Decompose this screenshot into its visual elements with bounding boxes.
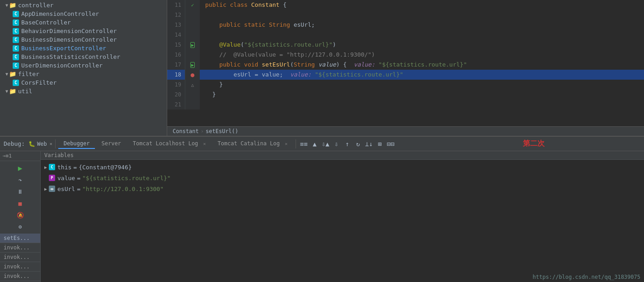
class-icon: C [13,80,19,86]
sidebar-item-businessstats[interactable]: C BusinessStatisticsController [0,53,167,61]
line-gutter [185,90,200,100]
sidebar-item-label: CorsFilter [21,79,56,86]
sidebar-item-label: BusinessExportController [21,45,106,52]
sidebar-item-userdim[interactable]: C UserDimensionController [0,61,167,70]
var-expand-arrow[interactable]: ▶ [44,165,47,170]
rerun-icon[interactable]: ≡≡ [299,139,309,149]
line-number: 15 [167,40,185,50]
stop-button[interactable]: ■ [15,198,25,208]
file-tree: ▼ 📁 controller C AppDimensionController … [0,0,167,136]
fold-icon: △ [191,82,194,87]
var-name-this: this [57,164,71,171]
code-editor: 11 ✓ public class Constant { 12 13 [167,0,644,136]
watermark: https://blog.csdn.net/qq_31839075 [533,274,640,280]
line-content: public void setEsUrl(String value) { val… [200,60,644,70]
tab-tomcat-localhost[interactable]: Tomcat Localhost Log ✕ [127,139,212,149]
debug-session-icon[interactable]: 🐛 [28,141,35,147]
var-name-esurl: esUrl [57,186,75,192]
stack-frame-setEs[interactable]: setEs... [0,234,40,243]
sidebar-item-label: BusinessDimensionController [21,36,117,43]
run-indicator-icon: ✓ [191,2,194,8]
folder-icon: 📁 [9,2,16,9]
call-stack-items: setEs... invok... invok... invok... invo… [0,234,40,282]
class-icon: C [13,28,19,34]
var-equals: = [73,164,77,171]
sidebar-item-businessexport[interactable]: C BusinessExportController [0,44,167,53]
step-into-icon[interactable]: ⇩ [331,139,341,149]
settings-button[interactable]: ⚙ [15,222,25,232]
line-number: 18 [167,70,185,80]
class-icon: C [13,11,19,17]
code-line-12: 12 [167,10,644,20]
sidebar-item-label: controller [18,2,53,9]
sidebar-item-label: BehaviorDimensionController [21,28,117,34]
debug-side-buttons: ▶ ↷ ⏸ ■ 🔕 ⚙ [0,161,40,234]
sidebar-item-label: filter [18,71,39,77]
code-line-15: 15 ▶ @Value("${statistics.route.url}") [167,40,644,50]
stack-frame-invok3[interactable]: invok... [0,262,40,272]
line-number: 12 [167,10,185,20]
code-line-18-active: 18 ● esUrl = value; value: "${statistics… [167,70,644,80]
line-number: 16 [167,50,185,60]
line-content: esUrl = value; value: "${statistics.rout… [200,70,644,80]
line-number: 17 [167,60,185,70]
settings-icon[interactable]: ⊞ [375,139,385,149]
var-item-value[interactable]: ▶ P value = "${statistics.route.url}" [41,172,644,183]
class-icon: C [13,45,19,52]
tab-tomcat-catalina[interactable]: Tomcat Catalina Log ✕ [212,139,293,149]
line-content: } [200,80,644,90]
debug-label: Debug: [4,140,25,147]
debug-session-close[interactable]: ✕ [50,141,52,146]
line-number: 14 [167,30,185,40]
sidebar-item-util[interactable]: ▼ 📁 util [0,87,167,96]
var-item-esurl[interactable]: ▶ ∞ esUrl = "http://127.0.0.1:9300" [41,183,644,194]
resume-button[interactable]: ▶ [15,163,25,173]
line-content: @Value("${statistics.route.url}") [200,40,644,50]
tab-server[interactable]: Server [96,139,126,149]
sidebar-item-controller[interactable]: ▼ 📁 controller [0,1,167,10]
sidebar-item-corsfilter[interactable]: C CorsFilter [0,78,167,87]
mute-button[interactable]: 🔕 [15,210,25,220]
code-line-16: 16 // @Value(value = "http://127.0.0.1:9… [167,50,644,60]
evaluate-icon[interactable]: ↻ [353,139,363,149]
line-gutter: ● [185,70,200,80]
step-out-icon[interactable]: ↑ [342,139,352,149]
tab-debugger[interactable]: Debugger [58,139,95,149]
line-content: } [200,90,644,100]
line-gutter [185,100,200,110]
line-gutter: ▶ [185,40,200,50]
line-content [200,30,644,40]
layout-icon[interactable]: ⊟⊟ [385,139,395,149]
tab-close-icon[interactable]: ✕ [203,141,206,146]
sidebar-item-label: BusinessStatisticsController [21,53,120,60]
sidebar-item-behavior[interactable]: C BehaviorDimensionController [0,27,167,35]
line-content: // @Value(value = "http://127.0.0.1:9300… [200,50,644,60]
var-item-this[interactable]: ▶ C this = {Constant@7946} [41,162,644,172]
breadcrumb-method: setEsUrl() [206,128,238,134]
sidebar-item-label: AppDimensionController [21,10,99,17]
line-gutter [185,50,200,60]
breakpoints-icon[interactable]: ⊥↓ [364,139,374,149]
class-icon: C [13,54,19,60]
step-over-button[interactable]: ↷ [15,175,25,185]
chevron-down-icon: ▼ [5,89,8,94]
resume-icon[interactable]: ▲ [310,139,320,149]
var-type-icon: C [49,164,55,170]
stack-frame-invok4[interactable]: invok... [0,272,40,281]
stack-frame-invok2[interactable]: invok... [0,253,40,262]
sidebar-item-filter[interactable]: ▼ 📁 filter [0,70,167,78]
sidebar-item-label: util [18,88,32,95]
tab-close-icon[interactable]: ✕ [285,141,287,146]
line-gutter: ✓ [185,0,200,10]
pause-button[interactable]: ⏸ [15,186,25,196]
var-equals: = [77,186,80,192]
var-expand-arrow[interactable]: ▶ [44,186,47,191]
step-over-icon[interactable]: ⇩▲ [320,139,330,149]
debug-side-toolbar: →≡1 [0,151,40,161]
line-content: public static String esUrl; [200,20,644,30]
code-line-20: 20 } [167,90,644,100]
sidebar-item-base[interactable]: C BaseController [0,18,167,27]
sidebar-item-appdimension[interactable]: C AppDimensionController [0,10,167,18]
stack-frame-invok1[interactable]: invok... [0,243,40,253]
sidebar-item-businessdim[interactable]: C BusinessDimensionController [0,35,167,44]
